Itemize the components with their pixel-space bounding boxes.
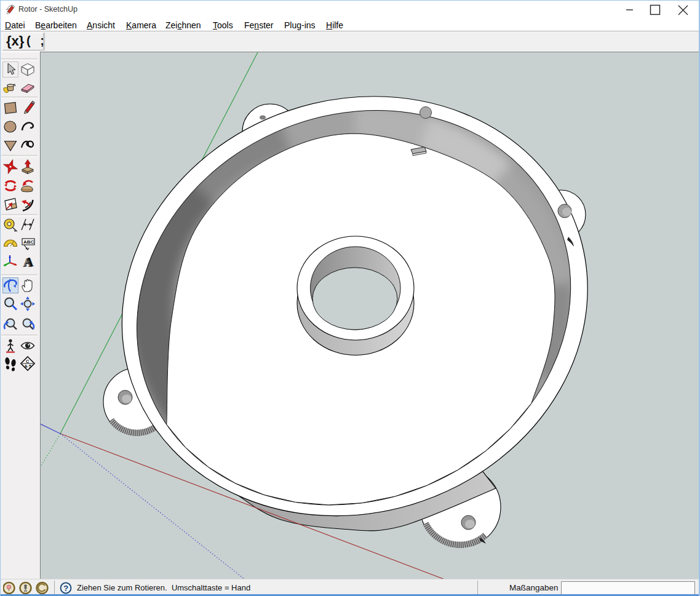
svg-text:?: ?: [63, 584, 68, 593]
svg-text:A: A: [25, 255, 34, 269]
svg-text:C: C: [26, 359, 30, 364]
svg-text:ABC: ABC: [23, 239, 34, 245]
svg-text:A·5: A·5: [25, 364, 31, 368]
